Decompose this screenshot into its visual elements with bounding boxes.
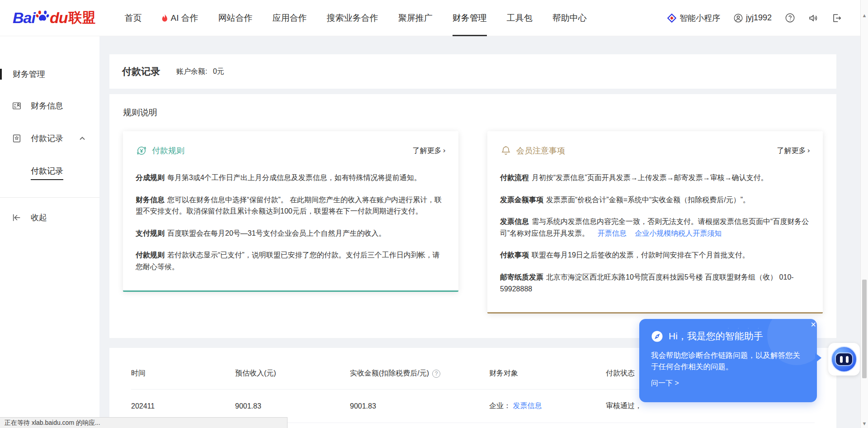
col-estimated-income: 预估收入(元) <box>235 355 350 390</box>
rule-item: 财务信息您可以在财务信息中选择“保留付款”。 在此期间您产生的收入将在账户内进行… <box>136 194 446 217</box>
robot-avatar <box>831 346 857 372</box>
nav-item-website-coop[interactable]: 网站合作 <box>208 0 263 36</box>
assistant-message: 我会帮助您诊断合作链路问题，以及解答您关于任何合作相关的问题。 <box>651 350 805 372</box>
rule-item: 支付规则百度联盟会在每月20号—31号支付企业会员上个自然月产生的收入。 <box>136 228 446 239</box>
sidebar-collapse-button[interactable]: 收起 <box>0 212 99 223</box>
payment-rules-card: 付款规则 了解更多› 分成规则每月第3或4个工作日产出上月分成信息及发票信息，如… <box>123 131 458 292</box>
sidebar-item-label: 财务信息 <box>31 100 63 111</box>
vertical-scrollbar[interactable]: ▲ ▼ <box>860 0 868 428</box>
payment-records-header-card: 付款记录 账户余额: 0元 <box>109 54 836 89</box>
chevron-right-icon: › <box>807 146 810 155</box>
assistant-popup: · · · ·· · · · × Hi，我是您的智能助手 我会帮助您诊断合作链路… <box>639 319 817 402</box>
user-icon <box>734 14 743 23</box>
sidebar-item-payment-records[interactable]: 付款记录 <box>0 133 99 144</box>
browser-status-bar: 正在等待 xlab.baidu.com 的响应... <box>0 417 288 428</box>
rule-item: 邮寄纸质发票北京市海淀区西北旺东路10号院百度科技园5号楼 百度联盟财务组（收）… <box>500 271 810 295</box>
rule-item: 付款规则若付款状态显示“已支付”，说明联盟已安排了您的付款。支付后三个工作日内到… <box>136 249 446 272</box>
paw-icon <box>36 9 49 23</box>
payment-rules-title: 付款规则 <box>152 145 184 156</box>
logo-text-union: 联盟 <box>68 9 95 27</box>
assistant-greeting: Hi，我是您的智能助手 <box>669 330 763 342</box>
logo-text-bai: Bai <box>13 9 35 27</box>
rule-item: 付款流程月初按“发票信息”页面开具发票→上传发票→邮寄发票→审核→确认支付。 <box>500 172 810 184</box>
nav-item-screen-promo[interactable]: 聚屏推广 <box>388 0 443 36</box>
col-finance-entity: 财务对象 <box>489 355 606 390</box>
coin-icon <box>136 145 147 157</box>
cell-actual: -- <box>350 423 489 428</box>
cell-entity: 企业： 发票信息 <box>489 390 606 423</box>
fire-icon <box>161 14 168 22</box>
sidebar: 财务管理 财务信息 付款记录 付款记录 <box>0 36 99 428</box>
sidebar-section-title: 财务管理 <box>0 69 99 80</box>
account-balance: 账户余额: 0元 <box>176 67 224 76</box>
col-time: 时间 <box>131 355 235 390</box>
mini-program-diamond-icon <box>667 14 676 23</box>
sidebar-divider <box>0 197 99 198</box>
close-icon[interactable]: × <box>811 320 816 329</box>
rule-item: 发票金额事项发票票面“价税合计”金额=系统中“实收金额（扣除税费后/元）”。 <box>500 194 810 206</box>
user-account[interactable]: jyj1992 <box>734 13 772 23</box>
baidu-union-logo[interactable]: Bai du 联盟 <box>13 9 95 27</box>
invoice-info-link[interactable]: 开票信息 <box>598 229 627 237</box>
sidebar-item-label: 付款记录 <box>31 133 63 144</box>
receipt-star-icon <box>12 133 22 143</box>
invoice-info-cell-link[interactable]: 发票信息 <box>513 402 542 409</box>
nav-item-home[interactable]: 首页 <box>114 0 151 36</box>
rules-section-card: 规则说明 付款规则 <box>109 94 836 338</box>
small-taxpayer-guide-link[interactable]: 企业小规模纳税人开票须知 <box>635 229 722 237</box>
sound-icon[interactable] <box>808 13 818 23</box>
top-nav: Bai du 联盟 首页 AI 合作 网站合作 应用合作 搜索业务合作 聚屏推广… <box>0 0 868 36</box>
page-title: 付款记录 <box>122 65 160 78</box>
chevron-right-icon: › <box>443 146 446 155</box>
nav-item-search-coop[interactable]: 搜索业务合作 <box>317 0 388 36</box>
scroll-down-arrow[interactable]: ▼ <box>861 421 868 426</box>
nav-item-finance[interactable]: 财务管理 <box>443 0 497 36</box>
sidebar-subitem-payment-records[interactable]: 付款记录 <box>0 166 99 176</box>
nav-item-help-center[interactable]: 帮助中心 <box>542 0 597 36</box>
rules-section-title: 规则说明 <box>123 107 823 119</box>
scroll-up-arrow[interactable]: ▲ <box>861 13 868 18</box>
popup-arrow <box>815 353 821 363</box>
logout-icon[interactable] <box>832 13 842 23</box>
mini-program-entry[interactable]: 智能小程序 <box>667 13 720 24</box>
rule-item: 分成规则每月第3或4个工作日产出上月分成信息及发票信息，如有特殊情况将提前通知。 <box>136 172 446 184</box>
scrollbar-thumb[interactable] <box>862 280 867 378</box>
help-icon[interactable] <box>785 13 795 23</box>
nav-item-app-coop[interactable]: 应用合作 <box>263 0 317 36</box>
bell-icon <box>500 145 512 157</box>
collapse-icon <box>12 213 22 223</box>
member-notes-title: 会员注意事项 <box>516 145 565 156</box>
compass-icon <box>651 330 663 342</box>
sidebar-item-finance-info[interactable]: 财务信息 <box>0 100 99 111</box>
rule-item: 付款事项联盟在每月19日之后签收的发票，付款时间安排在下个月首批支付。 <box>500 249 810 261</box>
question-circle-icon[interactable]: ? <box>432 370 440 378</box>
payment-rules-learn-more[interactable]: 了解更多› <box>413 146 446 156</box>
cell-entity: 企业 <box>489 423 606 428</box>
logo-text-du: du <box>50 9 68 27</box>
cell-status: -- <box>606 423 815 428</box>
nav-menu: 首页 AI 合作 网站合作 应用合作 搜索业务合作 聚屏推广 财务管理 工具包 … <box>114 0 596 36</box>
account-balance-value: 0元 <box>213 67 224 75</box>
nav-item-ai[interactable]: AI 合作 <box>151 0 208 36</box>
ask-link[interactable]: 问一下 > <box>651 379 805 388</box>
id-card-icon <box>12 101 22 111</box>
cell-actual: 9001.83 <box>350 390 489 423</box>
member-notes-learn-more[interactable]: 了解更多› <box>777 146 810 156</box>
chevron-up-icon[interactable] <box>79 135 86 142</box>
col-actual-amount: 实收金额(扣除税费后/元) ? <box>350 355 489 390</box>
nav-item-toolkit[interactable]: 工具包 <box>497 0 542 36</box>
rule-item: 发票信息需与系统内发票信息内容完全一致，否则无法支付。请根据发票信息页面中“百度… <box>500 216 810 239</box>
member-notes-card: 会员注意事项 了解更多› 付款流程月初按“发票信息”页面开具发票→上传发票→邮寄… <box>487 131 823 314</box>
assistant-robot-button[interactable] <box>828 343 860 376</box>
nav-right: 智能小程序 jyj1992 <box>667 13 853 24</box>
